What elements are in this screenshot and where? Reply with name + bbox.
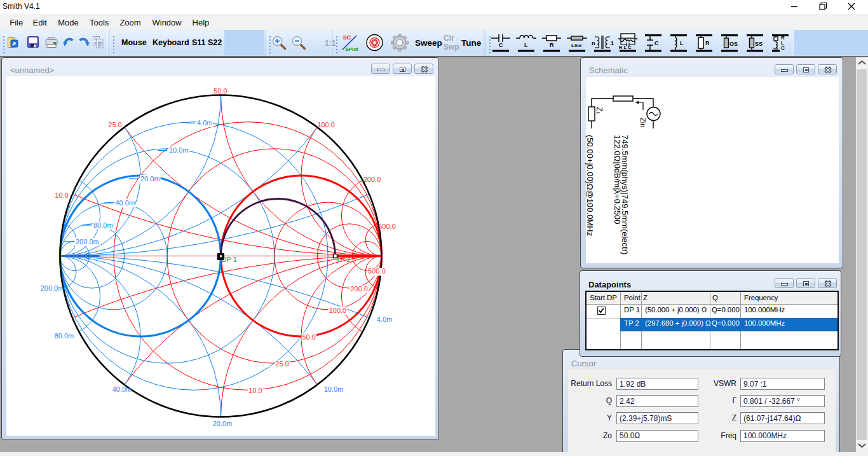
svg-text:200.0m: 200.0m (76, 238, 99, 245)
svg-text:50.0: 50.0 (214, 87, 227, 95)
svg-text:R L C: R L C (619, 45, 632, 50)
svg-text:10.0m: 10.0m (169, 146, 189, 154)
svg-text:SS: SS (755, 41, 763, 47)
svg-text:Line: Line (571, 43, 582, 48)
svg-text:50.0: 50.0 (302, 333, 316, 341)
svg-text:SC: SC (343, 34, 351, 41)
svg-text:L: L (680, 40, 684, 46)
svg-text:25.0: 25.0 (108, 121, 121, 128)
svg-text:4.0m: 4.0m (197, 119, 212, 127)
svg-text:C: C (499, 42, 503, 48)
svg-text:20.0m: 20.0m (140, 175, 160, 183)
svg-text:200.0: 200.0 (350, 285, 368, 293)
svg-text:80.0m: 80.0m (55, 332, 74, 340)
svg-text:L: L (524, 42, 528, 48)
svg-text:500.0: 500.0 (378, 223, 396, 230)
svg-text:20.0m: 20.0m (213, 420, 233, 427)
svg-text:40.0m: 40.0m (112, 385, 132, 393)
svg-text:100.0: 100.0 (329, 307, 347, 314)
svg-text:40.0m: 40.0m (116, 199, 135, 207)
svg-text:10.0: 10.0 (248, 387, 262, 394)
svg-text:200.0: 200.0 (363, 176, 381, 183)
svg-text:R: R (705, 40, 710, 46)
svg-text:TP 2: TP 2 (336, 256, 351, 263)
svg-text:OS: OS (729, 41, 738, 47)
svg-text:1: 1 (611, 40, 614, 46)
svg-text:R: R (550, 42, 554, 48)
svg-text:10.0: 10.0 (55, 191, 68, 199)
svg-text:4.0m: 4.0m (377, 315, 392, 323)
svg-text:500.0: 500.0 (368, 267, 386, 275)
svg-text:80.0m: 80.0m (93, 221, 113, 229)
svg-text:n: n (592, 40, 595, 46)
svg-text:200.0m: 200.0m (41, 284, 64, 292)
svg-text:C: C (781, 45, 785, 51)
svg-text:10.0m: 10.0m (324, 385, 344, 393)
svg-text:SPlot: SPlot (345, 46, 358, 52)
svg-text:100.0: 100.0 (317, 121, 335, 128)
svg-text:25.0: 25.0 (275, 360, 288, 368)
svg-text:C: C (654, 40, 659, 46)
